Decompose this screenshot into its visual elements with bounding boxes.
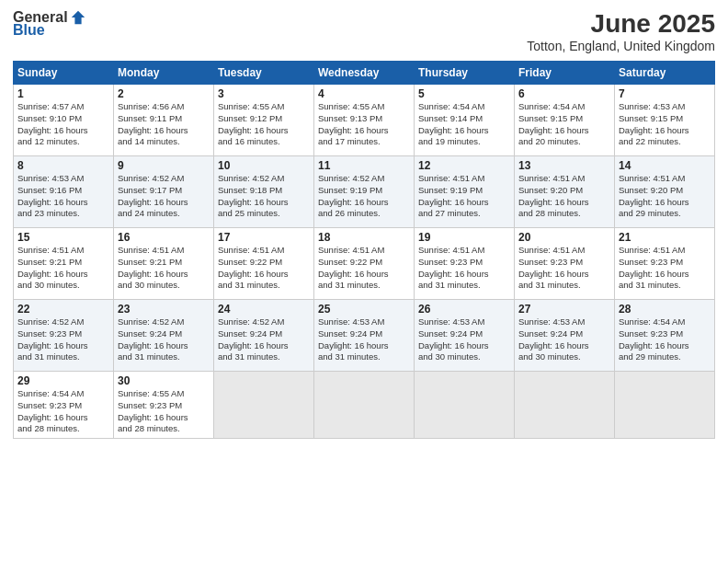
day-number: 30 — [118, 374, 210, 387]
day-number: 20 — [518, 231, 610, 244]
day-info: Sunrise: 4:52 AM Sunset: 9:17 PM Dayligh… — [118, 173, 210, 220]
table-row: 18Sunrise: 4:51 AM Sunset: 9:22 PM Dayli… — [314, 228, 415, 300]
table-row: 3Sunrise: 4:55 AM Sunset: 9:12 PM Daylig… — [214, 85, 314, 156]
title-block: June 2025 Totton, England, United Kingdo… — [527, 9, 715, 53]
table-row: 16Sunrise: 4:51 AM Sunset: 9:21 PM Dayli… — [114, 228, 214, 300]
day-number: 2 — [118, 87, 210, 100]
day-info: Sunrise: 4:55 AM Sunset: 9:12 PM Dayligh… — [218, 101, 310, 148]
day-info: Sunrise: 4:52 AM Sunset: 9:24 PM Dayligh… — [118, 316, 210, 363]
day-number: 21 — [619, 231, 711, 244]
col-saturday: Saturday — [615, 62, 715, 85]
day-info: Sunrise: 4:54 AM Sunset: 9:14 PM Dayligh… — [418, 101, 510, 148]
day-number: 10 — [218, 159, 310, 172]
table-row: 15Sunrise: 4:51 AM Sunset: 9:21 PM Dayli… — [14, 228, 114, 300]
day-number: 19 — [418, 231, 510, 244]
day-info: Sunrise: 4:51 AM Sunset: 9:23 PM Dayligh… — [619, 245, 711, 292]
logo-blue: Blue — [13, 22, 45, 39]
day-number: 26 — [418, 303, 510, 316]
day-info: Sunrise: 4:53 AM Sunset: 9:24 PM Dayligh… — [518, 316, 610, 363]
day-info: Sunrise: 4:54 AM Sunset: 9:23 PM Dayligh… — [17, 388, 109, 435]
day-number: 8 — [17, 159, 109, 172]
table-row: 7Sunrise: 4:53 AM Sunset: 9:15 PM Daylig… — [615, 85, 715, 156]
day-number: 24 — [218, 303, 310, 316]
table-row: 19Sunrise: 4:51 AM Sunset: 9:23 PM Dayli… — [415, 228, 515, 300]
page-header: General Blue June 2025 Totton, England, … — [13, 9, 715, 53]
col-sunday: Sunday — [14, 62, 114, 85]
table-row: 4Sunrise: 4:55 AM Sunset: 9:13 PM Daylig… — [314, 85, 415, 156]
day-number: 12 — [418, 159, 510, 172]
day-number: 14 — [619, 159, 711, 172]
table-row — [415, 372, 515, 439]
day-number: 1 — [17, 87, 109, 100]
table-row: 12Sunrise: 4:51 AM Sunset: 9:19 PM Dayli… — [415, 156, 515, 228]
day-number: 7 — [619, 87, 711, 100]
day-info: Sunrise: 4:55 AM Sunset: 9:13 PM Dayligh… — [318, 101, 410, 148]
col-tuesday: Tuesday — [214, 62, 314, 85]
table-row: 28Sunrise: 4:54 AM Sunset: 9:23 PM Dayli… — [615, 300, 715, 372]
col-wednesday: Wednesday — [314, 62, 415, 85]
day-info: Sunrise: 4:51 AM Sunset: 9:22 PM Dayligh… — [218, 245, 310, 292]
table-row: 9Sunrise: 4:52 AM Sunset: 9:17 PM Daylig… — [114, 156, 214, 228]
table-row: 2Sunrise: 4:56 AM Sunset: 9:11 PM Daylig… — [114, 85, 214, 156]
calendar-table: Sunday Monday Tuesday Wednesday Thursday… — [13, 61, 715, 439]
table-row: 14Sunrise: 4:51 AM Sunset: 9:20 PM Dayli… — [615, 156, 715, 228]
col-friday: Friday — [515, 62, 615, 85]
day-number: 28 — [619, 303, 711, 316]
table-row: 20Sunrise: 4:51 AM Sunset: 9:23 PM Dayli… — [515, 228, 615, 300]
day-info: Sunrise: 4:52 AM Sunset: 9:18 PM Dayligh… — [218, 173, 310, 220]
table-row: 30Sunrise: 4:55 AM Sunset: 9:23 PM Dayli… — [114, 372, 214, 439]
table-row: 23Sunrise: 4:52 AM Sunset: 9:24 PM Dayli… — [114, 300, 214, 372]
col-thursday: Thursday — [415, 62, 515, 85]
day-info: Sunrise: 4:53 AM Sunset: 9:24 PM Dayligh… — [418, 316, 510, 363]
day-info: Sunrise: 4:51 AM Sunset: 9:22 PM Dayligh… — [318, 245, 410, 292]
table-row: 13Sunrise: 4:51 AM Sunset: 9:20 PM Dayli… — [515, 156, 615, 228]
table-row: 27Sunrise: 4:53 AM Sunset: 9:24 PM Dayli… — [515, 300, 615, 372]
table-row: 17Sunrise: 4:51 AM Sunset: 9:22 PM Dayli… — [214, 228, 314, 300]
day-info: Sunrise: 4:51 AM Sunset: 9:23 PM Dayligh… — [418, 245, 510, 292]
day-info: Sunrise: 4:56 AM Sunset: 9:11 PM Dayligh… — [118, 101, 210, 148]
calendar-header-row: Sunday Monday Tuesday Wednesday Thursday… — [14, 62, 715, 85]
col-monday: Monday — [114, 62, 214, 85]
day-number: 18 — [318, 231, 410, 244]
table-row: 24Sunrise: 4:52 AM Sunset: 9:24 PM Dayli… — [214, 300, 314, 372]
table-row: 25Sunrise: 4:53 AM Sunset: 9:24 PM Dayli… — [314, 300, 415, 372]
table-row — [214, 372, 314, 439]
day-info: Sunrise: 4:57 AM Sunset: 9:10 PM Dayligh… — [17, 101, 109, 148]
svg-marker-0 — [71, 11, 84, 24]
day-info: Sunrise: 4:51 AM Sunset: 9:20 PM Dayligh… — [518, 173, 610, 220]
table-row — [314, 372, 415, 439]
table-row: 26Sunrise: 4:53 AM Sunset: 9:24 PM Dayli… — [415, 300, 515, 372]
day-number: 9 — [118, 159, 210, 172]
day-info: Sunrise: 4:53 AM Sunset: 9:16 PM Dayligh… — [17, 173, 109, 220]
day-number: 4 — [318, 87, 410, 100]
table-row — [615, 372, 715, 439]
day-number: 22 — [17, 303, 109, 316]
table-row: 5Sunrise: 4:54 AM Sunset: 9:14 PM Daylig… — [415, 85, 515, 156]
day-info: Sunrise: 4:51 AM Sunset: 9:19 PM Dayligh… — [418, 173, 510, 220]
day-info: Sunrise: 4:52 AM Sunset: 9:19 PM Dayligh… — [318, 173, 410, 220]
day-info: Sunrise: 4:51 AM Sunset: 9:23 PM Dayligh… — [518, 245, 610, 292]
logo: General Blue — [13, 9, 86, 39]
day-number: 23 — [118, 303, 210, 316]
day-info: Sunrise: 4:51 AM Sunset: 9:21 PM Dayligh… — [17, 245, 109, 292]
day-info: Sunrise: 4:54 AM Sunset: 9:15 PM Dayligh… — [518, 101, 610, 148]
day-number: 5 — [418, 87, 510, 100]
subtitle: Totton, England, United Kingdom — [527, 39, 715, 53]
day-number: 29 — [17, 374, 109, 387]
table-row: 8Sunrise: 4:53 AM Sunset: 9:16 PM Daylig… — [14, 156, 114, 228]
day-number: 16 — [118, 231, 210, 244]
day-info: Sunrise: 4:52 AM Sunset: 9:24 PM Dayligh… — [218, 316, 310, 363]
day-info: Sunrise: 4:55 AM Sunset: 9:23 PM Dayligh… — [118, 388, 210, 435]
day-number: 6 — [518, 87, 610, 100]
day-number: 3 — [218, 87, 310, 100]
day-info: Sunrise: 4:53 AM Sunset: 9:24 PM Dayligh… — [318, 316, 410, 363]
table-row: 11Sunrise: 4:52 AM Sunset: 9:19 PM Dayli… — [314, 156, 415, 228]
table-row — [515, 372, 615, 439]
day-info: Sunrise: 4:51 AM Sunset: 9:21 PM Dayligh… — [118, 245, 210, 292]
day-number: 27 — [518, 303, 610, 316]
table-row: 29Sunrise: 4:54 AM Sunset: 9:23 PM Dayli… — [14, 372, 114, 439]
day-number: 13 — [518, 159, 610, 172]
main-title: June 2025 — [527, 9, 715, 39]
day-info: Sunrise: 4:53 AM Sunset: 9:15 PM Dayligh… — [619, 101, 711, 148]
day-number: 25 — [318, 303, 410, 316]
